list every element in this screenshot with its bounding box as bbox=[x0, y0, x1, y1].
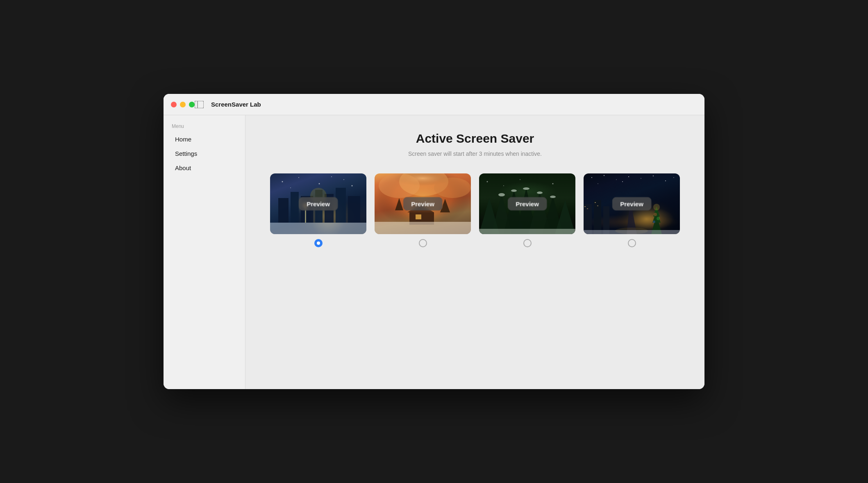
sidebar-item-settings[interactable]: Settings bbox=[167, 147, 242, 160]
svg-point-53 bbox=[616, 179, 617, 180]
svg-point-20 bbox=[331, 176, 332, 177]
svg-rect-45 bbox=[479, 229, 575, 234]
svg-point-73 bbox=[654, 213, 657, 216]
minimize-button[interactable] bbox=[180, 102, 186, 107]
svg-point-57 bbox=[665, 180, 666, 181]
svg-point-17 bbox=[343, 179, 344, 180]
card-wrapper-4: Preview bbox=[584, 173, 680, 247]
svg-point-15 bbox=[298, 177, 299, 178]
svg-point-49 bbox=[503, 185, 504, 186]
svg-point-42 bbox=[523, 187, 529, 190]
traffic-lights bbox=[171, 102, 195, 107]
svg-rect-0 bbox=[195, 101, 204, 108]
svg-rect-68 bbox=[597, 205, 598, 206]
svg-point-25 bbox=[434, 178, 471, 198]
sidebar-menu-label: Menu bbox=[164, 123, 245, 129]
radio-1[interactable] bbox=[314, 239, 323, 247]
svg-point-51 bbox=[591, 177, 592, 178]
radio-4[interactable] bbox=[628, 239, 636, 247]
content-area: Active Screen Saver Screen saver will st… bbox=[245, 115, 704, 389]
svg-rect-66 bbox=[587, 208, 588, 209]
svg-point-59 bbox=[598, 183, 598, 184]
svg-point-54 bbox=[628, 176, 629, 177]
svg-rect-77 bbox=[584, 230, 680, 234]
svg-point-52 bbox=[604, 175, 604, 176]
close-button[interactable] bbox=[171, 102, 177, 107]
card-wrapper-1: Preview bbox=[270, 173, 366, 247]
svg-point-40 bbox=[498, 193, 505, 196]
svg-point-43 bbox=[537, 191, 543, 194]
card-wrapper-3: Preview bbox=[479, 173, 575, 247]
svg-point-46 bbox=[487, 181, 488, 182]
sidebar-toggle-button[interactable] bbox=[195, 101, 204, 108]
app-title: ScreenSaver Lab bbox=[211, 101, 261, 108]
svg-point-19 bbox=[290, 187, 291, 188]
svg-point-74 bbox=[657, 217, 660, 220]
svg-rect-30 bbox=[375, 222, 471, 234]
svg-point-75 bbox=[653, 221, 655, 223]
radio-2[interactable] bbox=[419, 239, 427, 247]
sidebar: Menu Home Settings About bbox=[164, 115, 245, 389]
page-subtitle: Screen saver will start after 3 minutes … bbox=[408, 150, 542, 157]
svg-point-72 bbox=[653, 204, 660, 210]
svg-point-16 bbox=[319, 183, 320, 185]
svg-point-58 bbox=[673, 177, 674, 178]
main-area: Menu Home Settings About Active Screen S… bbox=[164, 115, 704, 389]
preview-button-2[interactable]: Preview bbox=[403, 197, 443, 211]
svg-point-44 bbox=[550, 196, 556, 198]
svg-point-41 bbox=[511, 189, 517, 192]
preview-button-1[interactable]: Preview bbox=[298, 197, 338, 211]
card-wrapper-2: Preview bbox=[375, 173, 471, 247]
svg-rect-9 bbox=[348, 196, 360, 223]
svg-rect-13 bbox=[270, 223, 366, 234]
titlebar: ScreenSaver Lab bbox=[164, 94, 704, 115]
svg-rect-65 bbox=[584, 206, 586, 207]
maximize-button[interactable] bbox=[189, 102, 195, 107]
preview-card-1[interactable]: Preview bbox=[270, 173, 366, 234]
svg-point-14 bbox=[282, 181, 283, 182]
preview-card-3[interactable]: Preview bbox=[479, 173, 575, 234]
sidebar-item-about[interactable]: About bbox=[167, 161, 242, 175]
svg-rect-63 bbox=[594, 200, 601, 234]
preview-cards-container: Preview bbox=[262, 173, 688, 247]
app-window: ScreenSaver Lab Menu Home Settings About… bbox=[164, 94, 704, 389]
svg-point-48 bbox=[552, 183, 554, 185]
svg-point-18 bbox=[352, 185, 353, 187]
svg-rect-31 bbox=[416, 214, 421, 219]
svg-point-55 bbox=[641, 178, 641, 179]
preview-button-4[interactable]: Preview bbox=[612, 197, 652, 211]
svg-point-47 bbox=[520, 179, 520, 180]
preview-card-2[interactable]: Preview bbox=[375, 173, 471, 234]
svg-rect-67 bbox=[595, 202, 596, 203]
svg-rect-3 bbox=[278, 198, 289, 223]
preview-button-3[interactable]: Preview bbox=[507, 197, 547, 211]
svg-rect-64 bbox=[603, 206, 609, 234]
preview-card-4[interactable]: Preview bbox=[584, 173, 680, 234]
radio-3[interactable] bbox=[523, 239, 532, 247]
sidebar-item-home[interactable]: Home bbox=[167, 132, 242, 146]
svg-rect-4 bbox=[291, 192, 299, 223]
page-title: Active Screen Saver bbox=[416, 132, 534, 146]
svg-point-60 bbox=[622, 181, 623, 182]
svg-point-56 bbox=[653, 175, 654, 176]
